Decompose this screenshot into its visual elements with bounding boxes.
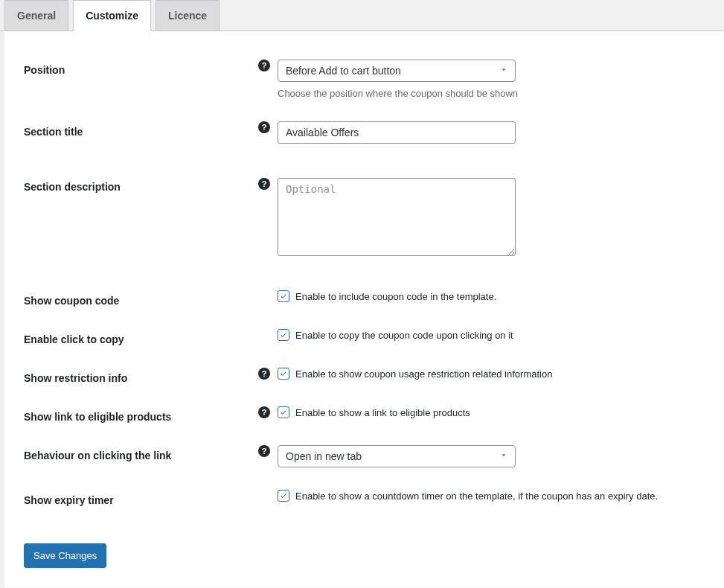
restriction-info-checkbox-label: Enable to show coupon usage restriction … xyxy=(295,368,552,380)
field-row-click-to-copy: Enable click to copy Enable to copy the … xyxy=(24,329,705,345)
section-title-input[interactable] xyxy=(278,121,516,144)
field-row-expiry-timer: Show expiry timer Enable to show a count… xyxy=(24,490,705,506)
field-row-section-description: Section description ? xyxy=(24,178,705,256)
click-to-copy-label: Enable click to copy xyxy=(24,333,124,345)
tabs-bar: General Customize Licence xyxy=(0,0,724,31)
link-behaviour-label: Behaviour on clicking the link xyxy=(24,450,171,461)
tab-customize[interactable]: Customize xyxy=(73,0,151,31)
position-label: Position xyxy=(24,64,65,76)
click-to-copy-checkbox[interactable] xyxy=(278,329,289,341)
field-row-position: Position ? Before Add to cart button Cho… xyxy=(24,60,705,99)
eligible-link-checkbox[interactable] xyxy=(278,406,289,418)
position-description: Choose the position where the coupon sho… xyxy=(278,88,518,99)
expiry-timer-label: Show expiry timer xyxy=(24,494,114,506)
restriction-info-label: Show restriction info xyxy=(24,372,127,384)
field-row-section-title: Section title ? xyxy=(24,121,705,144)
show-coupon-code-label: Show coupon code xyxy=(24,295,119,307)
section-description-input[interactable] xyxy=(278,178,516,256)
position-select[interactable]: Before Add to cart button xyxy=(278,60,516,82)
show-coupon-code-checkbox-label: Enable to include coupon code in the tem… xyxy=(295,291,496,302)
help-icon[interactable]: ? xyxy=(258,445,270,457)
field-row-show-coupon-code: Show coupon code Enable to include coupo… xyxy=(24,290,705,307)
field-row-link-behaviour: Behaviour on clicking the link ? Open in… xyxy=(24,445,705,467)
link-behaviour-select[interactable]: Open in new tab xyxy=(278,445,516,467)
expiry-timer-checkbox[interactable] xyxy=(278,490,289,502)
eligible-link-checkbox-label: Enable to show a link to eligible produc… xyxy=(295,407,470,418)
expiry-timer-checkbox-label: Enable to show a countdown timer on the … xyxy=(295,490,658,502)
customize-panel: Position ? Before Add to cart button Cho… xyxy=(4,31,724,587)
field-row-eligible-link: Show link to eligible products ? Enable … xyxy=(24,406,705,423)
tab-general[interactable]: General xyxy=(4,0,68,31)
tab-licence[interactable]: Licence xyxy=(156,0,220,31)
help-icon[interactable]: ? xyxy=(258,406,270,418)
eligible-link-label: Show link to eligible products xyxy=(24,411,171,423)
save-button[interactable]: Save Changes xyxy=(24,543,106,568)
field-row-restriction-info: Show restriction info ? Enable to show c… xyxy=(24,368,705,384)
help-icon[interactable]: ? xyxy=(258,60,270,71)
restriction-info-checkbox[interactable] xyxy=(278,368,289,380)
show-coupon-code-checkbox[interactable] xyxy=(278,290,289,302)
section-description-label: Section description xyxy=(24,181,121,193)
help-icon[interactable]: ? xyxy=(258,121,270,133)
help-icon[interactable]: ? xyxy=(258,368,270,380)
help-icon[interactable]: ? xyxy=(258,178,270,190)
click-to-copy-checkbox-label: Enable to copy the coupon code upon clic… xyxy=(295,330,513,341)
section-title-label: Section title xyxy=(24,126,83,138)
